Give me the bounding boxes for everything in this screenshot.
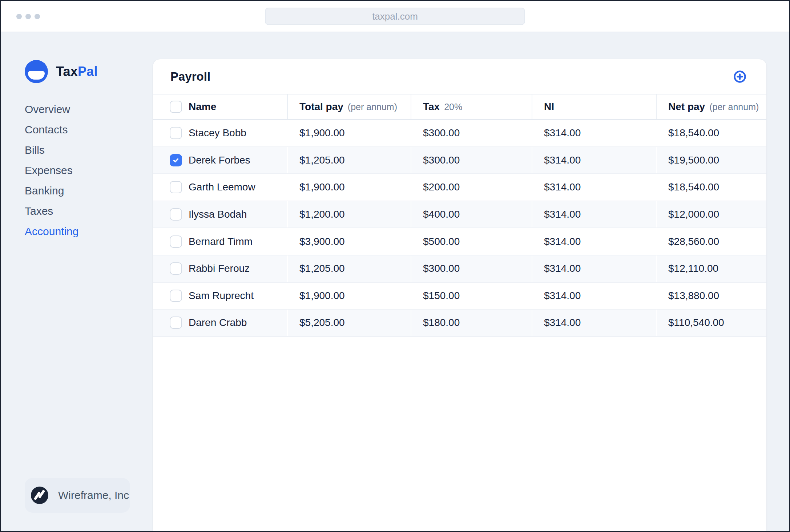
tax-value: $300.00 [423,263,460,274]
net-pay-value: $18,540.00 [668,181,719,193]
employee-name: Bernard Timm [189,236,253,247]
row-checkbox[interactable] [170,154,182,166]
page-title: Payroll [170,70,210,84]
add-entry-button[interactable] [731,68,748,85]
sidebar-nav: Overview Contacts Bills Expenses Banking… [25,99,78,242]
sidebar-item-overview[interactable]: Overview [25,99,78,120]
payroll-row: Sam Ruprecht $1,900.00 $150.00 $314.00 $… [153,283,766,310]
net-pay-value: $110,540.00 [668,317,724,329]
tax-value: $300.00 [423,127,460,139]
net-pay-value: $19,500.00 [668,154,719,166]
address-bar[interactable]: taxpal.com [265,8,525,25]
brand-name: TaxPal [56,64,98,79]
column-header-net-pay-sub: (per annum) [709,102,759,112]
sidebar-item-accounting[interactable]: Accounting [25,221,78,242]
ni-value: $314.00 [544,154,581,166]
column-header-total-pay-sub: (per annum) [348,102,397,112]
card-header: Payroll [153,59,766,94]
browser-chrome: taxpal.com [1,1,789,32]
table-header: Name Total pay(per annum) Tax20% NI Net … [153,94,766,120]
column-header-name: Name [189,101,216,113]
employee-name: Derek Forbes [189,154,250,166]
total-pay-value: $5,205.00 [299,317,345,329]
tax-value: $200.00 [423,181,460,193]
wireframe-logo-icon [31,487,48,504]
net-pay-value: $12,110.00 [668,263,718,274]
plus-circle-icon [731,68,748,85]
net-pay-value: $12,000.00 [668,209,719,220]
ni-value: $314.00 [544,127,581,139]
row-checkbox[interactable] [170,181,182,193]
sidebar-item-expenses[interactable]: Expenses [25,160,78,181]
column-header-ni: NI [544,101,554,113]
tax-value: $300.00 [423,154,460,166]
organization-switcher[interactable]: Wireframe, Inc [25,478,130,513]
row-checkbox[interactable] [170,290,182,302]
column-header-tax-sub: 20% [444,102,462,112]
select-all-checkbox[interactable] [170,101,182,113]
sidebar-item-banking[interactable]: Banking [25,181,78,201]
payroll-row: Garth Leemow $1,900.00 $200.00 $314.00 $… [153,174,766,201]
window-control-dot[interactable] [35,14,40,19]
net-pay-value: $18,540.00 [668,127,719,139]
organization-name: Wireframe, Inc [58,489,129,501]
ni-value: $314.00 [544,263,581,274]
employee-name: Daren Crabb [189,317,247,329]
sidebar: TaxPal Overview Contacts Bills Expenses … [1,32,153,531]
employee-name: Stacey Bobb [189,127,246,139]
employee-name: Garth Leemow [189,181,255,193]
total-pay-value: $1,900.00 [299,127,345,139]
tax-value: $400.00 [423,209,460,220]
table-body: Stacey Bobb $1,900.00 $300.00 $314.00 $1… [153,120,766,337]
payroll-row: Rabbi Ferouz $1,205.00 $300.00 $314.00 $… [153,255,766,283]
total-pay-value: $1,900.00 [299,181,345,193]
payroll-row: Ilyssa Bodah $1,200.00 $400.00 $314.00 $… [153,201,766,229]
tax-value: $500.00 [423,236,460,247]
window-controls [16,1,40,32]
total-pay-value: $1,205.00 [299,154,345,166]
column-header-net-pay: Net pay [668,101,705,113]
total-pay-value: $3,900.00 [299,236,345,247]
row-checkbox[interactable] [170,262,182,275]
column-header-tax: Tax [423,101,440,113]
row-checkbox[interactable] [170,235,182,248]
sidebar-item-bills[interactable]: Bills [25,140,78,160]
row-checkbox[interactable] [170,317,182,329]
employee-name: Ilyssa Bodah [189,209,247,220]
window-control-dot[interactable] [16,14,22,19]
total-pay-value: $1,900.00 [299,290,345,302]
brand[interactable]: TaxPal [25,60,98,83]
total-pay-value: $1,205.00 [299,263,345,274]
payroll-row: Bernard Timm $3,900.00 $500.00 $314.00 $… [153,228,766,255]
ni-value: $314.00 [544,236,581,247]
net-pay-value: $13,880.00 [668,290,719,302]
tax-value: $150.00 [423,290,460,302]
taxpal-logo-icon [25,60,48,83]
total-pay-value: $1,200.00 [299,209,345,220]
address-bar-url: taxpal.com [372,11,418,22]
payroll-row: Daren Crabb $5,205.00 $180.00 $314.00 $1… [153,310,766,337]
ni-value: $314.00 [544,290,581,302]
net-pay-value: $28,560.00 [668,236,719,247]
employee-name: Sam Ruprecht [189,290,254,302]
sidebar-item-taxes[interactable]: Taxes [25,201,78,221]
employee-name: Rabbi Ferouz [189,263,250,274]
payroll-row: Derek Forbes $1,205.00 $300.00 $314.00 $… [153,147,766,174]
window-control-dot[interactable] [25,14,31,19]
ni-value: $314.00 [544,317,581,329]
tax-value: $180.00 [423,317,460,329]
browser-window: taxpal.com TaxPal Overview Contacts Bill… [0,0,790,532]
sidebar-item-contacts[interactable]: Contacts [25,120,78,140]
payroll-card: Payroll Name Total pay(per annum) Tax20%… [153,59,766,531]
row-checkbox[interactable] [170,208,182,221]
ni-value: $314.00 [544,209,581,220]
ni-value: $314.00 [544,181,581,193]
row-checkbox[interactable] [170,127,182,139]
column-header-total-pay: Total pay [299,101,343,113]
payroll-row: Stacey Bobb $1,900.00 $300.00 $314.00 $1… [153,120,766,147]
